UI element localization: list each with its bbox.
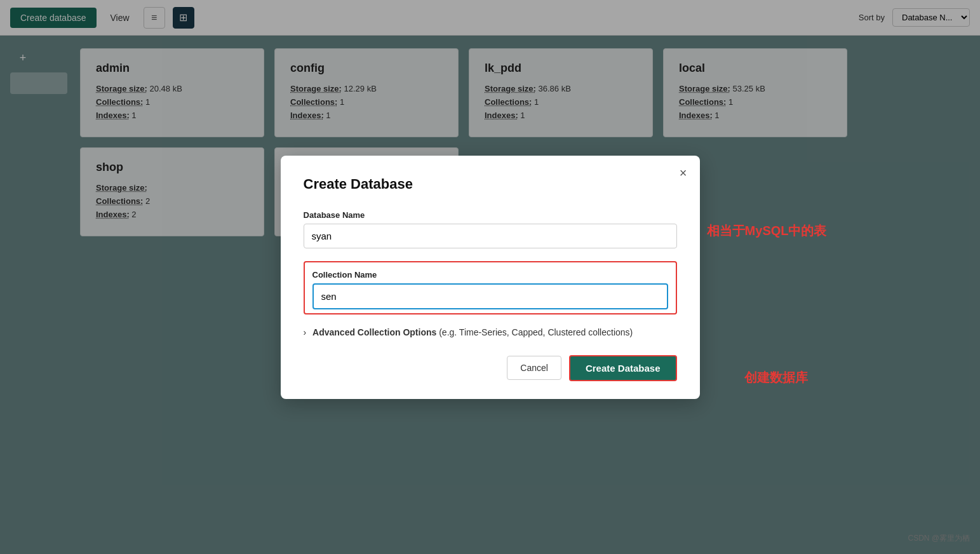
create-database-submit-button[interactable]: Create Database xyxy=(569,355,677,381)
advanced-options-toggle[interactable]: › Advanced Collection Options (e.g. Time… xyxy=(304,327,677,337)
advanced-options-hint: (e.g. Time-Series, Capped, Clustered col… xyxy=(439,327,633,337)
db-name-field-label: Database Name xyxy=(304,210,677,220)
modal-overlay: × Create Database Database Name Collecti… xyxy=(0,0,980,554)
collection-name-label: Collection Name xyxy=(312,270,668,280)
modal-footer: Cancel Create Database xyxy=(304,355,677,381)
collection-name-field[interactable] xyxy=(312,283,668,309)
modal-title: Create Database xyxy=(304,176,677,193)
db-name-field[interactable] xyxy=(304,224,677,248)
advanced-options-label: Advanced Collection Options xyxy=(312,327,436,337)
create-database-modal: × Create Database Database Name Collecti… xyxy=(281,156,700,399)
collection-name-group: Collection Name xyxy=(304,261,677,314)
chevron-right-icon: › xyxy=(304,327,307,337)
modal-close-button[interactable]: × xyxy=(680,166,687,180)
mysql-annotation: 相当于MySQL中的表 xyxy=(707,222,827,240)
create-annotation: 创建数据库 xyxy=(744,369,808,386)
cancel-button[interactable]: Cancel xyxy=(507,356,561,380)
